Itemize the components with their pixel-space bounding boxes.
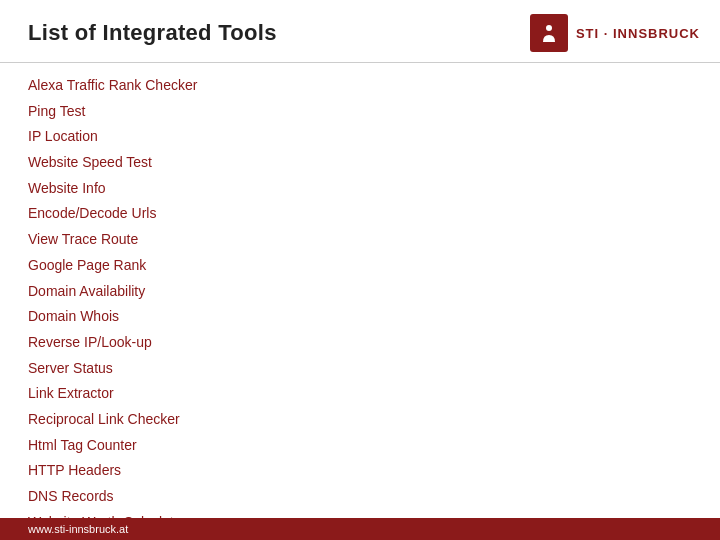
list-item: Google Page Rank [28, 253, 692, 279]
list-item: Reciprocal Link Checker [28, 407, 692, 433]
list-item: HTTP Headers [28, 458, 692, 484]
page-title: List of Integrated Tools [28, 20, 277, 46]
list-item: Server Status [28, 356, 692, 382]
list-item: Domain Whois [28, 304, 692, 330]
logo-svg [538, 22, 560, 44]
list-item: Html Tag Counter [28, 433, 692, 459]
footer-bar: www.sti-innsbruck.at [0, 518, 720, 540]
tool-link-7[interactable]: Google Page Rank [28, 257, 146, 273]
list-item: Link Extractor [28, 381, 692, 407]
tool-link-13[interactable]: Reciprocal Link Checker [28, 411, 180, 427]
tool-link-16[interactable]: DNS Records [28, 488, 114, 504]
tool-link-5[interactable]: Encode/Decode Urls [28, 205, 156, 221]
list-item: IP Location [28, 124, 692, 150]
logo-area: STI · INNSBRUCK [530, 14, 700, 52]
tool-link-14[interactable]: Html Tag Counter [28, 437, 137, 453]
tool-link-12[interactable]: Link Extractor [28, 385, 114, 401]
list-item: Reverse IP/Look-up [28, 330, 692, 356]
tool-link-0[interactable]: Alexa Traffic Rank Checker [28, 77, 197, 93]
header: List of Integrated Tools STI · INNSBRUCK [0, 0, 720, 63]
tool-link-10[interactable]: Reverse IP/Look-up [28, 334, 152, 350]
tool-link-11[interactable]: Server Status [28, 360, 113, 376]
list-item: Ping Test [28, 99, 692, 125]
main-content: Alexa Traffic Rank CheckerPing TestIP Lo… [0, 63, 720, 518]
list-item: Alexa Traffic Rank Checker [28, 73, 692, 99]
tools-list: Alexa Traffic Rank CheckerPing TestIP Lo… [28, 73, 692, 518]
list-item: Encode/Decode Urls [28, 201, 692, 227]
tool-link-9[interactable]: Domain Whois [28, 308, 119, 324]
footer-url: www.sti-innsbruck.at [28, 523, 128, 535]
tool-link-1[interactable]: Ping Test [28, 103, 85, 119]
tool-link-6[interactable]: View Trace Route [28, 231, 138, 247]
list-item: Website Speed Test [28, 150, 692, 176]
logo-text: STI · INNSBRUCK [576, 26, 700, 41]
list-item: Domain Availability [28, 279, 692, 305]
page-wrapper: List of Integrated Tools STI · INNSBRUCK… [0, 0, 720, 540]
svg-point-0 [546, 25, 552, 31]
list-item: View Trace Route [28, 227, 692, 253]
list-item: Website Info [28, 176, 692, 202]
tool-link-3[interactable]: Website Speed Test [28, 154, 152, 170]
sti-logo-icon [530, 14, 568, 52]
list-item: Website Worth Calculator [28, 510, 692, 518]
tool-link-15[interactable]: HTTP Headers [28, 462, 121, 478]
list-item: DNS Records [28, 484, 692, 510]
tool-link-2[interactable]: IP Location [28, 128, 98, 144]
tool-link-8[interactable]: Domain Availability [28, 283, 145, 299]
tool-link-4[interactable]: Website Info [28, 180, 106, 196]
